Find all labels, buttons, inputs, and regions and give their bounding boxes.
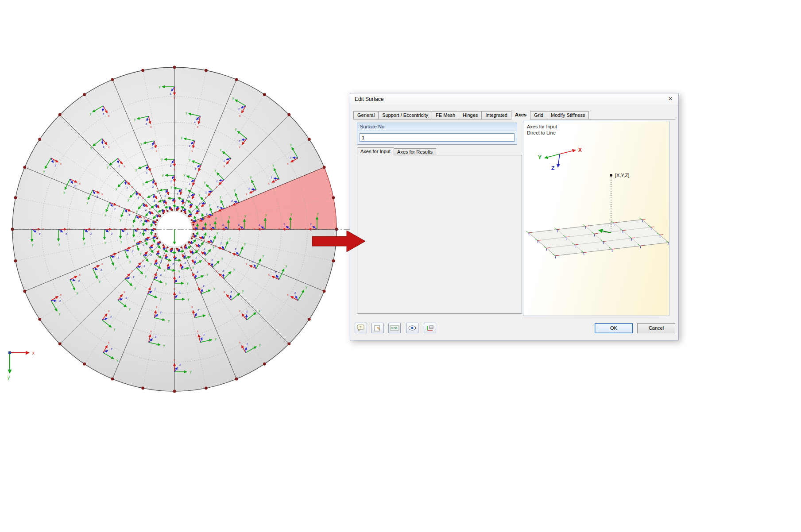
svg-text:x: x <box>157 268 159 271</box>
svg-text:x: x <box>205 196 207 199</box>
svg-text:y: y <box>178 270 180 273</box>
svg-text:y: y <box>156 189 158 193</box>
svg-text:x: x <box>132 270 133 273</box>
svg-text:z: z <box>152 185 154 188</box>
tab-modify-stiffness[interactable]: Modify Stiffness <box>547 111 589 120</box>
tab-support-eccentricity[interactable]: Support / Eccentricity <box>378 111 432 120</box>
svg-text:x: x <box>124 290 125 293</box>
svg-text:y: y <box>244 242 246 246</box>
svg-text:x: x <box>132 185 133 189</box>
help-comment-button[interactable]: ? <box>355 323 367 333</box>
svg-text:z: z <box>111 232 113 235</box>
svg-text:z: z <box>170 92 171 95</box>
svg-text:y: y <box>188 297 190 301</box>
svg-text:y: y <box>160 297 162 301</box>
display-properties-button[interactable] <box>406 323 418 333</box>
svg-text:z: z <box>220 242 222 245</box>
svg-text:x: x <box>229 204 231 208</box>
ok-button[interactable]: OK <box>595 323 633 333</box>
svg-text:z: z <box>194 167 196 170</box>
subtab-axes-for-results[interactable]: Axes for Results <box>394 148 436 155</box>
svg-text:x: x <box>151 172 152 175</box>
svg-text:z: z <box>110 316 112 319</box>
select-axes-button[interactable] <box>424 323 436 333</box>
tab-general[interactable]: General <box>353 111 379 120</box>
svg-text:z: z <box>114 208 116 211</box>
svg-text:z: z <box>271 176 272 179</box>
close-icon[interactable]: ✕ <box>665 95 676 103</box>
decimal-places-button[interactable]: 0.00 <box>388 323 401 333</box>
svg-text:z: z <box>275 270 277 274</box>
cancel-button[interactable]: Cancel <box>637 323 675 333</box>
svg-text:x: x <box>229 251 231 254</box>
svg-text:y: y <box>8 375 10 380</box>
svg-text:z: z <box>290 156 291 159</box>
svg-text:z: z <box>189 195 190 198</box>
svg-text:y: y <box>259 309 260 312</box>
svg-text:x: x <box>197 330 199 333</box>
svg-text:y: y <box>220 148 222 151</box>
svg-text:y: y <box>134 118 136 121</box>
edit-comment-button[interactable]: ✎ <box>371 323 384 333</box>
svg-text:x: x <box>133 211 135 214</box>
svg-text:y: y <box>140 142 142 146</box>
svg-text:x: x <box>191 150 193 153</box>
svg-text:y: y <box>198 193 200 197</box>
svg-text:y: y <box>132 224 134 227</box>
svg-text:z: z <box>203 333 205 336</box>
svg-text:y: y <box>233 268 235 271</box>
svg-text:z: z <box>139 231 141 235</box>
svg-text:x: x <box>174 96 175 100</box>
svg-text:y: y <box>221 257 223 260</box>
svg-text:z: z <box>239 139 240 143</box>
svg-text:x: x <box>205 259 207 262</box>
svg-text:y: y <box>235 127 237 131</box>
tab-grid[interactable]: Grid <box>530 111 547 120</box>
tab-hinges[interactable]: Hinges <box>459 111 482 120</box>
svg-text:x: x <box>150 330 152 333</box>
svg-text:x: x <box>287 293 289 296</box>
svg-text:z: z <box>101 268 102 271</box>
svg-text:z: z <box>160 273 162 276</box>
svg-text:y: y <box>134 239 135 242</box>
svg-text:y: y <box>242 289 244 293</box>
svg-text:x: x <box>143 216 145 220</box>
svg-text:y: y <box>140 252 142 255</box>
svg-text:x: x <box>239 341 241 344</box>
preview-caption-line2: Direct to Line <box>527 130 556 135</box>
svg-text:y: y <box>115 266 117 270</box>
surface-no-input[interactable] <box>360 133 515 142</box>
svg-text:z: z <box>194 120 196 123</box>
tab-axes[interactable]: Axes <box>511 110 530 120</box>
tab-integrated[interactable]: Integrated <box>481 111 511 120</box>
svg-text:y: y <box>209 313 210 316</box>
subtab-axes-for-input[interactable]: Axes for Input <box>357 147 394 156</box>
svg-text:x: x <box>79 273 81 276</box>
svg-text:y: y <box>120 218 122 222</box>
tab-fe-mesh[interactable]: FE Mesh <box>432 111 459 120</box>
svg-text:y: y <box>204 181 205 184</box>
svg-text:y: y <box>161 158 163 161</box>
svg-text:x: x <box>156 150 158 153</box>
svg-text:y: y <box>116 359 118 362</box>
preview-y-label: Y <box>538 154 542 161</box>
preview-target-point <box>610 174 612 177</box>
svg-text:z: z <box>199 202 201 205</box>
svg-text:0.00: 0.00 <box>391 327 397 330</box>
svg-text:y: y <box>43 170 45 173</box>
svg-text:x: x <box>142 259 144 262</box>
svg-text:z: z <box>78 279 80 282</box>
svg-text:z: z <box>204 247 205 250</box>
svg-text:z: z <box>294 291 296 294</box>
svg-text:z: z <box>118 256 120 259</box>
svg-text:x: x <box>191 305 193 308</box>
svg-text:z: z <box>59 299 61 302</box>
svg-text:y: y <box>151 262 152 266</box>
svg-text:z: z <box>235 247 236 251</box>
svg-text:y: y <box>168 319 170 323</box>
svg-text:x: x <box>108 146 110 149</box>
svg-text:x: x <box>108 341 110 344</box>
svg-text:z: z <box>74 185 76 188</box>
svg-text:z: z <box>189 182 190 185</box>
svg-text:z: z <box>283 223 285 226</box>
